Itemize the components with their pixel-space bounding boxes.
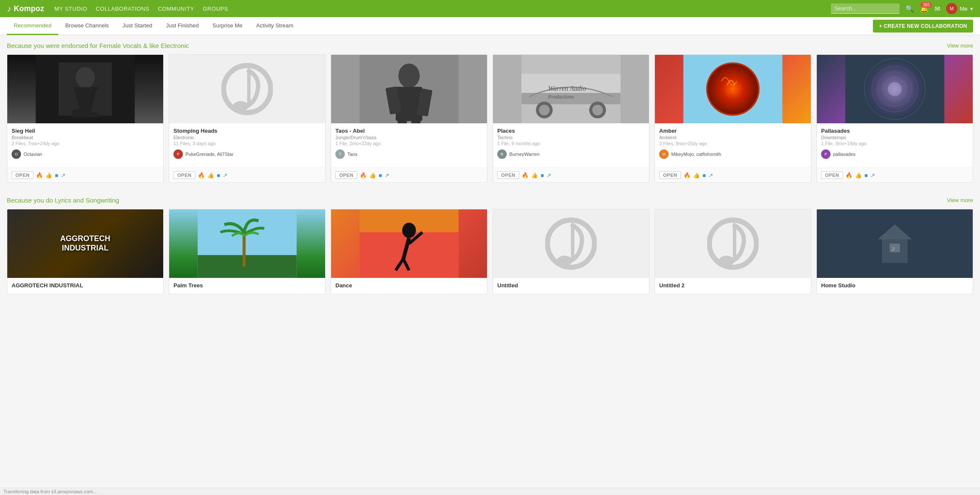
open-button[interactable]: OPEN: [659, 171, 681, 179]
open-button[interactable]: OPEN: [12, 171, 33, 179]
flame-icon[interactable]: 🔥: [846, 172, 852, 179]
card-pallasades[interactable]: Pallasades Downtempo 1 File, 3mo+19dy ag…: [816, 54, 973, 183]
nav-link-mystudio[interactable]: MY STUDIO: [54, 6, 87, 12]
logo-icon: ♪: [7, 4, 11, 14]
card-note-1[interactable]: Untitled: [493, 209, 649, 294]
thumbs-up-icon[interactable]: 👍: [855, 172, 862, 179]
avatar: M: [946, 3, 957, 14]
svg-point-22: [592, 104, 603, 115]
card-artists: P PukeGrenade, Ali7Star: [173, 149, 321, 159]
flame-icon[interactable]: 🔥: [360, 172, 367, 179]
card-body-palms: Palm Trees: [169, 278, 325, 294]
nav-link-collaborations[interactable]: COLLABORATIONS: [96, 6, 149, 12]
thumbs-up-icon[interactable]: 👍: [45, 172, 52, 179]
share-icon[interactable]: ↗: [708, 172, 713, 179]
aggrotech-text: AGGROTECHINDUSTRIAL: [60, 234, 111, 253]
svg-rect-46: [571, 227, 574, 261]
card-body-sieg-heil: Sieg Heil Breakbeat 2 Files, 7mo+24dy ag…: [7, 123, 163, 167]
card-artists: T Taos: [335, 149, 483, 159]
card-title: AGGROTECH INDUSTRIAL: [12, 282, 159, 289]
card-artists: P pallasades: [821, 149, 968, 159]
card-genre: Downtempo: [821, 135, 968, 140]
tab-surprise-me[interactable]: Surprise Me: [206, 17, 249, 35]
bookmark-icon[interactable]: ■: [541, 172, 544, 179]
nav-link-groups[interactable]: GROUPS: [203, 6, 228, 12]
card-genre: Ambient: [659, 135, 807, 140]
messages-icon[interactable]: ✉: [935, 5, 940, 13]
svg-point-39: [402, 223, 416, 238]
card-home-studio[interactable]: ♪ Home Studio: [816, 209, 973, 294]
share-icon[interactable]: ↗: [385, 172, 389, 179]
card-title: Untitled 2: [659, 282, 807, 289]
share-icon[interactable]: ↗: [870, 172, 875, 179]
open-button[interactable]: OPEN: [821, 171, 843, 179]
svg-rect-36: [242, 232, 245, 266]
tab-browse-channels[interactable]: Browse Channels: [58, 17, 116, 35]
chevron-down-icon: ▾: [970, 6, 973, 12]
thumbs-up-icon[interactable]: 👍: [693, 172, 700, 179]
view-more-2[interactable]: View more: [947, 197, 973, 203]
main-content: Because you were endorsed for Female Voc…: [0, 35, 980, 315]
thumbs-up-icon[interactable]: 👍: [531, 172, 538, 179]
card-actions: OPEN 🔥 👍 ■ ↗: [169, 167, 325, 182]
card-sieg-heil[interactable]: Sieg Heil Breakbeat 2 Files, 7mo+24dy ag…: [7, 54, 164, 183]
logo[interactable]: ♪ Kompoz: [7, 4, 44, 14]
artist-name: BurneyWarren: [509, 152, 540, 157]
flame-icon[interactable]: 🔥: [36, 172, 43, 179]
card-aggrotech[interactable]: AGGROTECHINDUSTRIAL AGGROTECH INDUSTRIAL: [7, 209, 164, 294]
card-taos-abel[interactable]: Taos - Abel Jungle/Drum'n'bass 1 File, 2…: [331, 54, 487, 183]
bookmark-icon[interactable]: ■: [55, 172, 58, 179]
note-placeholder-2: [655, 209, 811, 278]
bookmark-icon[interactable]: ■: [702, 172, 706, 179]
user-label: Me: [960, 6, 968, 12]
share-icon[interactable]: ↗: [547, 172, 551, 179]
open-button[interactable]: OPEN: [335, 171, 357, 179]
card-palms[interactable]: Palm Trees: [169, 209, 326, 294]
card-title: Taos - Abel: [335, 128, 483, 134]
nav-link-community[interactable]: COMMUNITY: [158, 6, 194, 12]
card-body-pallasades: Pallasades Downtempo 1 File, 3mo+19dy ag…: [817, 123, 973, 167]
svg-text:Warren Audio: Warren Audio: [548, 85, 586, 92]
artist-name: Taos: [347, 152, 357, 157]
open-button[interactable]: OPEN: [497, 171, 519, 179]
tab-just-started[interactable]: Just Started: [116, 17, 159, 35]
notifications-icon[interactable]: 🔔 365: [920, 5, 929, 13]
tab-activity-stream[interactable]: Activity Stream: [249, 17, 300, 35]
tab-just-finished[interactable]: Just Finished: [159, 17, 206, 35]
search-icon[interactable]: 🔍: [905, 5, 914, 13]
card-image-dark: ♪: [817, 209, 973, 278]
card-body-taos: Taos - Abel Jungle/Drum'n'bass 1 File, 2…: [331, 123, 487, 167]
card-artists: O Octavian: [12, 149, 159, 159]
share-icon[interactable]: ↗: [61, 172, 66, 179]
create-collaboration-button[interactable]: + CREATE NEW COLLABORATION: [873, 20, 973, 33]
sub-navigation: Recommended Browse Channels Just Started…: [0, 17, 980, 35]
bookmark-icon[interactable]: ■: [379, 172, 382, 179]
bookmark-icon[interactable]: ■: [864, 172, 868, 179]
card-artists: B BurneyWarren: [497, 149, 645, 159]
thumbs-up-icon[interactable]: 👍: [207, 172, 214, 179]
open-button[interactable]: OPEN: [173, 171, 195, 179]
card-dance[interactable]: Dance: [331, 209, 487, 294]
card-amber[interactable]: Amber Ambient 3 Files, 9mo+25dy ago M Mi…: [654, 54, 811, 183]
card-title: Places: [497, 128, 645, 134]
search-input[interactable]: [831, 3, 899, 14]
card-note-2[interactable]: Untitled 2: [654, 209, 811, 294]
card-actions: OPEN 🔥 👍 ■ ↗: [655, 167, 811, 182]
flame-icon[interactable]: 🔥: [522, 172, 529, 179]
card-stomping-heads[interactable]: Stomping Heads Electronic 11 Files, 3 da…: [169, 54, 326, 183]
bookmark-icon[interactable]: ■: [217, 172, 220, 179]
view-more-1[interactable]: View more: [947, 42, 973, 49]
card-places[interactable]: Warren Audio Productions Places Techno 1…: [493, 54, 649, 183]
user-menu[interactable]: M Me ▾: [946, 3, 973, 14]
card-artists: M MikeyMojo, catfishsmith: [659, 149, 807, 159]
artist-avatar: O: [12, 149, 21, 159]
artist-avatar: M: [659, 149, 669, 159]
svg-text:Productions: Productions: [548, 94, 574, 100]
thumbs-up-icon[interactable]: 👍: [369, 172, 376, 179]
flame-icon[interactable]: 🔥: [684, 172, 690, 179]
card-image-places: Warren Audio Productions: [493, 55, 649, 123]
tab-recommended[interactable]: Recommended: [7, 17, 58, 35]
share-icon[interactable]: ↗: [223, 172, 227, 179]
flame-icon[interactable]: 🔥: [198, 172, 205, 179]
notifications-badge: 365: [920, 2, 932, 8]
